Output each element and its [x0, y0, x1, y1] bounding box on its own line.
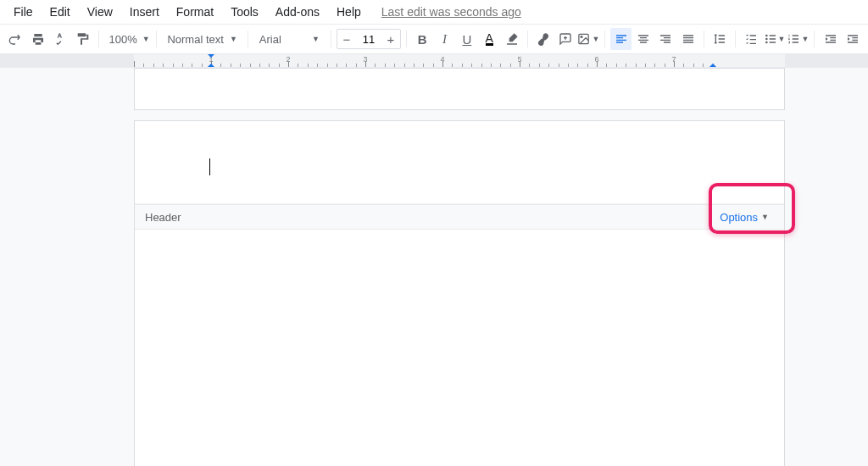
svg-point-1: [581, 36, 583, 38]
line-spacing-button[interactable]: [709, 28, 730, 50]
separator: [331, 31, 331, 47]
align-left-button[interactable]: [610, 28, 631, 50]
font-size-increase[interactable]: +: [381, 32, 400, 47]
header-options-label: Options: [720, 211, 758, 224]
chevron-down-icon: ▼: [593, 35, 600, 43]
chevron-down-icon: ▼: [778, 35, 786, 43]
font-value: Arial: [259, 33, 281, 46]
chevron-down-icon: ▼: [312, 35, 320, 43]
ruler[interactable]: 1234567: [0, 54, 868, 68]
italic-button[interactable]: I: [434, 28, 454, 50]
indent-increase-button[interactable]: [843, 28, 863, 50]
svg-point-2: [765, 35, 768, 37]
align-center-button[interactable]: [633, 28, 654, 50]
paragraph-style-dropdown[interactable]: Normal text▼: [162, 28, 242, 50]
align-right-button[interactable]: [655, 28, 676, 50]
font-size-input[interactable]: [356, 30, 381, 48]
separator: [406, 31, 407, 47]
document-area: Header Options ▼: [0, 68, 868, 466]
underline-button[interactable]: U: [457, 28, 477, 50]
header-options-button[interactable]: Options ▼: [715, 208, 774, 226]
last-edit-link[interactable]: Last edit was seconds ago: [381, 5, 521, 19]
previous-page-bottom[interactable]: [134, 68, 785, 110]
separator: [527, 31, 528, 47]
highlight-button[interactable]: [501, 28, 521, 50]
font-size-decrease[interactable]: −: [337, 32, 356, 47]
paint-format-button[interactable]: [72, 28, 92, 50]
text-cursor: [209, 158, 210, 175]
toolbar: 100%▼ Normal text▼ Arial▼ − + B I U A ▼ …: [0, 24, 868, 54]
bold-button[interactable]: B: [412, 28, 432, 50]
separator: [156, 31, 157, 47]
redo-button[interactable]: [5, 28, 25, 50]
checklist-button[interactable]: [741, 28, 761, 50]
font-dropdown[interactable]: Arial▼: [253, 28, 326, 50]
separator: [248, 31, 248, 47]
menu-view[interactable]: View: [81, 2, 120, 22]
menu-insert[interactable]: Insert: [123, 2, 166, 22]
paragraph-style-value: Normal text: [167, 33, 223, 46]
insert-image-button[interactable]: ▼: [577, 28, 599, 50]
numbered-list-button[interactable]: ▼: [787, 28, 809, 50]
spellcheck-button[interactable]: [50, 28, 70, 50]
font-size-group: − +: [337, 29, 401, 49]
chevron-down-icon: ▼: [230, 35, 237, 43]
menu-tools[interactable]: Tools: [224, 2, 265, 22]
menu-help[interactable]: Help: [330, 2, 368, 22]
menu-file[interactable]: File: [7, 2, 40, 22]
menu-format[interactable]: Format: [170, 2, 220, 22]
insert-comment-button[interactable]: [555, 28, 576, 50]
separator: [604, 31, 605, 47]
indent-decrease-button[interactable]: [820, 28, 840, 50]
current-page[interactable]: Header Options ▼: [134, 120, 785, 466]
header-info-bar: Header Options ▼: [135, 204, 784, 230]
header-label: Header: [145, 211, 181, 224]
chevron-down-icon: ▼: [801, 35, 809, 43]
separator: [704, 31, 704, 47]
separator: [98, 31, 99, 47]
menu-bar: File Edit View Insert Format Tools Add-o…: [0, 0, 868, 24]
separator: [814, 31, 815, 47]
text-color-button[interactable]: A: [479, 28, 499, 50]
zoom-dropdown[interactable]: 100%▼: [103, 28, 151, 50]
ruler-left-margin: [0, 54, 134, 67]
align-justify-button[interactable]: [678, 28, 698, 50]
ruler-right-margin: [785, 54, 868, 67]
chevron-down-icon: ▼: [761, 213, 769, 221]
print-button[interactable]: [27, 28, 47, 50]
menu-edit[interactable]: Edit: [43, 2, 77, 22]
svg-point-3: [765, 38, 768, 41]
header-edit-area[interactable]: [135, 121, 784, 204]
separator: [735, 31, 736, 47]
bulleted-list-button[interactable]: ▼: [764, 28, 786, 50]
svg-point-4: [765, 42, 768, 44]
insert-link-button[interactable]: [533, 28, 554, 50]
chevron-down-icon: ▼: [142, 35, 150, 43]
menu-addons[interactable]: Add-ons: [269, 2, 326, 22]
zoom-value: 100%: [108, 33, 136, 46]
